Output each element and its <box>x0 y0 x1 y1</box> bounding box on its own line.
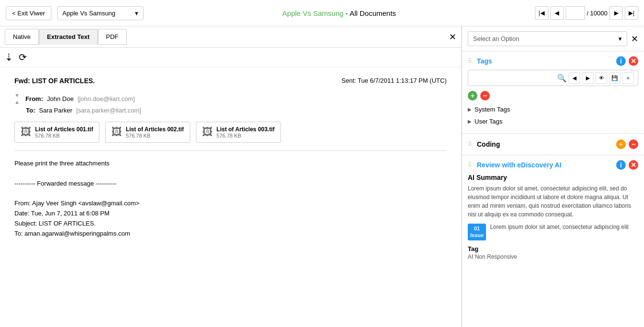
fwd-to: To: aman.agarwal@whisperingpalms.com <box>14 229 447 239</box>
fullscreen-button[interactable]: ✕ <box>449 32 456 42</box>
tag-search-nav: ◀ ▶ 👁 💾 + <box>569 72 634 84</box>
center-title: Apple Vs Samsung - All Documents <box>149 9 529 17</box>
page-prev-button[interactable]: ◀ <box>550 6 564 20</box>
exit-label: < Exit Viwer <box>12 10 45 17</box>
ai-summary-title: AI Summary <box>468 174 638 181</box>
user-tags-group: ▶ User Tags <box>468 116 638 126</box>
user-tags-chevron: ▶ <box>468 119 472 124</box>
attachment-info-2: List of Articles 002.tif 576.78 KB <box>126 126 184 138</box>
case-select-label: Apple Vs Samsung <box>62 10 131 17</box>
fwd-date: Date: Tue, Jun 7, 2011 at 6:08 PM <box>14 209 447 219</box>
tab-native[interactable]: Native <box>5 29 39 45</box>
collapse-arrows: ▼ ▲ <box>14 92 20 105</box>
tag-search-eye[interactable]: 👁 <box>595 72 607 84</box>
tab-pdf[interactable]: PDF <box>98 29 127 45</box>
page-last-button[interactable]: ▶| <box>625 6 638 20</box>
from-label: From: <box>25 95 43 102</box>
from-name: John Doe <box>47 95 74 102</box>
forwarded-label: ---------- Forwarded message ---------- <box>14 179 447 189</box>
exit-button[interactable]: < Exit Viwer <box>6 6 51 20</box>
issue-row: 01 Issue Lorem ipsum dolor sit amet, con… <box>468 224 638 240</box>
tag-search-save[interactable]: 💾 <box>609 72 620 84</box>
attachment-size-3: 576.78 KB <box>217 133 275 138</box>
email-sent: Sent: Tue 6/7/2011 1:13:17 PM (UTC) <box>341 77 447 84</box>
fwd-subject: Subject: LIST OF ARTICLES. <box>14 219 447 229</box>
center-title-rest: - All Documents <box>343 9 396 17</box>
doc-toolbar: ⇣ ⟳ <box>0 48 461 67</box>
search-icon: 🔍 <box>557 74 567 83</box>
ai-drag-handle: ⠿ <box>468 162 472 168</box>
system-tags-label: System Tags <box>474 106 510 113</box>
attachment-1[interactable]: 🖼 List of Articles 001.tif 576.78 KB <box>14 122 99 143</box>
email-divider <box>14 151 447 151</box>
email-meta: ▼ ▲ From: John Doe [john.doe@liart.com] … <box>14 92 447 114</box>
tag-search-bar: 🔍 ◀ ▶ 👁 💾 + <box>468 70 638 86</box>
coding-remove-button[interactable]: − <box>629 139 638 149</box>
right-top: Select an Option ▾ ✕ <box>462 26 644 51</box>
tags-close-button[interactable]: ✕ <box>629 56 638 66</box>
tabs-bar: Native Extracted Text PDF ✕ <box>0 26 461 48</box>
tags-info-button[interactable]: i <box>616 56 626 66</box>
to-name: Sara Parker <box>39 107 72 114</box>
issue-badge-line2: Issue <box>470 232 484 239</box>
case-selector[interactable]: Apple Vs Samsung ▾ <box>57 6 144 20</box>
image-icon-2: 🖼 <box>111 126 122 138</box>
attachment-name-1: List of Articles 001.tif <box>35 126 93 133</box>
ai-summary-text: Lorem ipsum dolor sit amet, consectetur … <box>468 184 638 219</box>
download-button[interactable]: ⇣ <box>5 51 13 63</box>
email-to-row: To: Sara Parker [sara.parker@liart.com] <box>14 107 447 114</box>
attachment-2[interactable]: 🖼 List of Articles 002.tif 576.78 KB <box>105 122 190 143</box>
tag-search-add[interactable]: + <box>622 72 634 84</box>
tag-search-prev[interactable]: ◀ <box>569 72 580 84</box>
from-email: [john.doe@liart.com] <box>77 95 134 102</box>
center-title-green: Apple Vs Samsung <box>282 9 344 17</box>
tag-search-next[interactable]: ▶ <box>582 72 594 84</box>
issue-badge: 01 Issue <box>468 224 486 240</box>
issue-badge-line1: 01 <box>470 225 484 232</box>
ai-info-button[interactable]: i <box>616 160 626 170</box>
tag-section-value: AI Non Responsive <box>468 253 638 260</box>
tag-search-input[interactable] <box>472 75 555 82</box>
tags-section: ⠿ Tags i ✕ 🔍 ◀ ▶ 👁 💾 + + − <box>462 51 644 134</box>
refresh-button[interactable]: ⟳ <box>19 51 27 63</box>
to-email: [sara.parker@liart.com] <box>76 107 141 114</box>
doc-content: Fwd: LIST OF ARTICLES. Sent: Tue 6/7/201… <box>0 67 461 327</box>
coding-add-button[interactable]: + <box>616 139 626 149</box>
ai-close-button[interactable]: ✕ <box>629 160 638 170</box>
ai-section-header: ⠿ Review with eDiscovery AI i ✕ <box>468 160 638 170</box>
tag-add-row: + − <box>468 91 638 101</box>
pagination: |◀ ◀ 1 / 10000 ▶ ▶| <box>535 6 638 20</box>
attachment-3[interactable]: 🖼 List of Articles 003.tif 576.78 KB <box>196 122 281 143</box>
email-body: Please print the three attachments -----… <box>14 159 447 239</box>
page-first-button[interactable]: |◀ <box>535 6 548 20</box>
email-subject: Fwd: LIST OF ARTICLES. <box>14 77 95 85</box>
attachment-name-2: List of Articles 002.tif <box>126 126 184 133</box>
attachments: 🖼 List of Articles 001.tif 576.78 KB 🖼 L… <box>14 122 447 143</box>
page-next-button[interactable]: ▶ <box>609 6 623 20</box>
tags-title: Tags <box>477 57 613 65</box>
attachment-info-1: List of Articles 001.tif 576.78 KB <box>35 126 93 138</box>
tag-add-button[interactable]: + <box>468 91 477 101</box>
body-line1: Please print the three attachments <box>14 159 447 169</box>
page-total: / 10000 <box>587 10 608 17</box>
page-input[interactable]: 1 <box>566 6 585 20</box>
tab-extracted[interactable]: Extracted Text <box>39 29 98 45</box>
attachment-name-3: List of Articles 003.tif <box>217 126 275 133</box>
email-header: Fwd: LIST OF ARTICLES. Sent: Tue 6/7/201… <box>14 77 447 85</box>
user-tags-label: User Tags <box>474 118 502 125</box>
image-icon-1: 🖼 <box>21 126 31 138</box>
coding-section: ⠿ Coding + − <box>462 134 644 155</box>
image-icon-3: 🖼 <box>202 126 213 138</box>
tag-section-label: Tag <box>468 245 638 252</box>
coding-drag-handle: ⠿ <box>468 141 472 148</box>
tag-remove-button[interactable]: − <box>480 91 490 101</box>
attachment-size-1: 576.78 KB <box>35 133 93 138</box>
chevron-down-icon: ▾ <box>135 10 138 17</box>
system-tags-chevron: ▶ <box>468 107 472 112</box>
system-tags-header[interactable]: ▶ System Tags <box>468 104 638 114</box>
select-option-dropdown[interactable]: Select an Option ▾ <box>468 31 627 46</box>
ai-title: Review with eDiscovery AI <box>477 161 613 169</box>
right-fullscreen-button[interactable]: ✕ <box>631 34 638 44</box>
user-tags-header[interactable]: ▶ User Tags <box>468 116 638 126</box>
tags-drag-handle: ⠿ <box>468 58 472 64</box>
